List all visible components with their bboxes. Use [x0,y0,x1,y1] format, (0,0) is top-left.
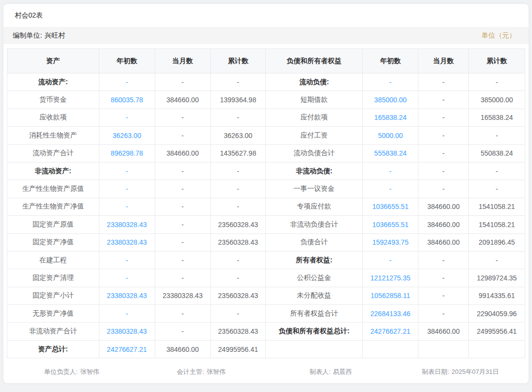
asset-initial-value[interactable]: - [99,180,155,198]
asset-initial-value[interactable]: 23380328.43 [99,287,155,304]
asset-month-value: - [155,180,210,198]
liability-label: 流动负债合计 [266,144,363,162]
asset-cumulative-value: 36263.00 [210,127,266,144]
asset-initial-value[interactable]: 896298.78 [99,144,155,162]
unit-responsible-person: 单位负责人:张智伟 [7,368,137,376]
asset-initial-value[interactable]: 23380328.43 [99,216,155,233]
preparation-date: 制表日期:2025年07月31日 [395,368,525,376]
asset-month-value: - [155,127,210,144]
sign-footer: 单位负责人:张智伟 会计主管:张智伟 制表人:易晨西 制表日期:2025年07月… [3,358,529,376]
liability-month-value: - [418,305,469,323]
col-header-liability-initial: 年初数 [363,49,418,73]
table-row: 固定资产净值 23380328.43 - 23560328.43 负债合计 15… [7,233,525,251]
asset-cumulative-value: 24995956.41 [210,340,266,358]
asset-initial-value[interactable]: - [99,251,155,269]
liability-initial-value[interactable]: 385000.00 [363,91,418,109]
liability-initial-value[interactable]: 1036655.51 [363,216,418,233]
asset-month-value: - [155,162,210,180]
asset-initial-value[interactable]: - [99,198,155,215]
liability-label: 短期借款 [266,91,363,109]
asset-cumulative-value: - [210,109,266,126]
asset-initial-value[interactable]: 23380328.43 [99,233,155,251]
liability-cumulative-value: 385000.00 [469,91,525,109]
asset-initial-value[interactable]: 23380328.43 [99,323,155,340]
liability-initial-value[interactable]: 1036655.51 [363,198,418,215]
asset-label: 消耗性生物资产 [7,127,99,144]
liability-initial-value[interactable]: 555838.24 [363,144,418,162]
liability-initial-value[interactable]: - [363,73,418,91]
liability-label: 一事一议资金 [266,180,363,198]
table-preparer-value: 易晨西 [333,368,352,375]
liability-initial-value[interactable]: 5000.00 [363,127,418,144]
liability-month-value: 384660.00 [418,216,469,233]
liability-initial-value[interactable] [363,340,418,358]
asset-cumulative-value: 23560328.43 [210,216,266,233]
compiling-unit: 编制单位: 兴旺村 [13,31,65,40]
asset-label: 无形资产净值 [7,305,99,323]
liability-label: 应付工资 [266,127,363,144]
table-row: 固定资产清理 - - - 公积公益金 12121275.35 - 1298972… [7,269,525,287]
liability-initial-value[interactable]: - [363,180,418,198]
liability-cumulative-value: - [469,127,525,144]
liability-initial-value[interactable]: 165838.24 [363,109,418,126]
liability-cumulative-value: 24995956.41 [469,323,525,340]
asset-cumulative-value: 1399364.98 [210,91,266,109]
unit-bar: 编制单位: 兴旺村 单位（元） [3,27,529,44]
liability-initial-value[interactable]: 22684133.46 [363,305,418,323]
unit-responsible-value: 张智伟 [80,368,99,375]
table-row: 流动资产合计 896298.78 384660.00 1435627.98 流动… [7,144,525,162]
liability-initial-value[interactable]: - [363,251,418,269]
header-row: 资产 年初数 当月数 累计数 负债和所有者权益 年初数 当月数 累计数 [7,49,525,73]
liability-cumulative-value: 12989724.35 [469,269,525,287]
table-body: 流动资产: - - - 流动负债: - - - 货币资金 860035.78 3… [7,73,525,358]
col-header-liabilities-equity: 负债和所有者权益 [266,49,363,73]
liability-month-value: 384660.00 [418,198,469,215]
liability-label [266,340,363,358]
asset-month-value: - [155,198,210,215]
asset-initial-value[interactable]: 860035.78 [99,91,155,109]
compiling-unit-label: 编制单位: [13,31,42,40]
liability-initial-value[interactable]: 24276627.21 [363,323,418,340]
asset-label: 非流动资产: [7,162,99,180]
preparation-date-label: 制表日期: [422,368,449,375]
liability-cumulative-value: - [469,251,525,269]
asset-month-value: - [155,73,210,91]
liability-month-value: - [418,287,469,304]
asset-initial-value[interactable]: - [99,305,155,323]
asset-initial-value[interactable]: 24276627.21 [99,340,155,358]
liability-cumulative-value: 9914335.61 [469,287,525,304]
liability-label: 所有者权益: [266,251,363,269]
liability-initial-value[interactable]: 10562858.11 [363,287,418,304]
liability-initial-value[interactable]: - [363,162,418,180]
liability-month-value: - [418,269,469,287]
table-row: 应收款项 - - - 应付款项 165838.24 - 165838.24 [7,109,525,126]
liability-label: 公积公益金 [266,269,363,287]
liability-cumulative-value: - [469,162,525,180]
page-title: 村会02表 [15,11,43,20]
asset-label: 流动资产合计 [7,144,99,162]
liability-initial-value[interactable]: 1592493.75 [363,233,418,251]
asset-initial-value[interactable]: 36263.00 [99,127,155,144]
asset-cumulative-value: - [210,305,266,323]
accounting-supervisor-value: 张智伟 [207,368,226,375]
asset-cumulative-value: 23560328.43 [210,323,266,340]
liability-month-value: - [418,144,469,162]
liability-cumulative-value: - [469,73,525,91]
asset-initial-value[interactable]: - [99,162,155,180]
liability-cumulative-value [469,340,525,358]
liability-label: 未分配收益 [266,287,363,304]
asset-label: 货币资金 [7,91,99,109]
liability-label: 负债和所有者权益总计: [266,323,363,340]
liability-initial-value[interactable]: 12121275.35 [363,269,418,287]
asset-initial-value[interactable]: - [99,109,155,126]
asset-initial-value[interactable]: - [99,269,155,287]
col-header-asset-cumulative: 累计数 [210,49,266,73]
asset-initial-value[interactable]: - [99,73,155,91]
liability-month-value: - [418,251,469,269]
liability-cumulative-value: 2091896.45 [469,233,525,251]
asset-label: 固定资产原值 [7,216,99,233]
liability-label: 专项应付款 [266,198,363,215]
preparation-date-value: 2025年07月31日 [452,368,499,375]
table-row: 固定资产原值 23380328.43 - 23560328.43 非流动负债合计… [7,216,525,233]
table-row: 流动资产: - - - 流动负债: - - - [7,73,525,91]
